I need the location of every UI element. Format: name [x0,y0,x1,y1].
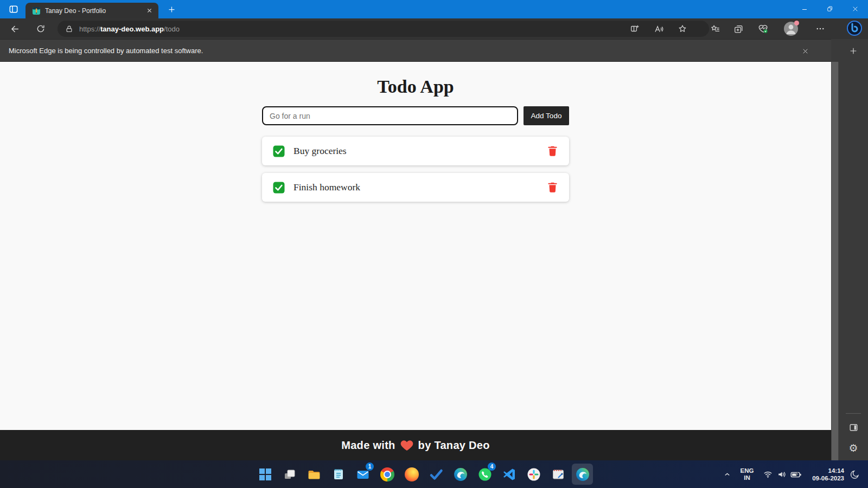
todo-checkbox[interactable] [273,145,285,157]
browser-essentials-button[interactable] [755,21,771,37]
automation-infobar: Microsoft Edge is being controlled by au… [0,39,831,62]
site-favicon [32,7,41,15]
infobar-close-button[interactable] [797,43,813,59]
todo-checkbox[interactable] [273,182,285,194]
address-bar[interactable]: https://tanay-deo.web.app/todo [58,21,709,37]
sidebar-settings-button[interactable]: ⚙ [845,440,861,456]
trash-icon [548,182,557,193]
back-button[interactable] [7,21,23,37]
windows-taskbar: 1 4 [0,460,868,488]
footer-text-prefix: Made with [341,439,395,452]
tab-close-icon[interactable] [144,6,154,16]
footer-text-suffix: by Tanay Deo [418,439,490,452]
volume-button[interactable] [775,469,789,479]
read-aloud-icon [654,24,664,34]
language-line2: IN [741,474,754,481]
moon-icon [850,469,860,479]
tab-layout-icon [8,4,19,15]
restore-icon [826,5,833,12]
star-icon [678,24,687,34]
web-page: Todo App Add Todo Buy groceries Finish h… [0,62,831,430]
refresh-icon [36,24,46,34]
tray-chevron-button[interactable] [719,470,735,478]
split-screen-button[interactable] [627,21,643,37]
infobar-close-icon [802,48,809,55]
tab-title: Tanay Deo - Portfolio [45,7,144,15]
todo-label: Buy groceries [293,145,546,157]
copilot-button[interactable] [846,20,863,36]
favorite-star-button[interactable] [674,21,691,37]
language-line1: ENG [741,467,754,474]
favorites-hub-button[interactable] [707,21,723,37]
infobar-message: Microsoft Edge is being controlled by au… [9,47,203,55]
clock-indicator[interactable]: 14:1409-06-2023 [802,467,844,482]
lock-icon [65,25,73,33]
trash-icon [548,145,557,157]
plus-icon [849,47,858,55]
bing-copilot-icon [846,20,863,36]
focus-assist-button[interactable] [846,469,863,479]
ellipsis-icon [815,24,825,34]
window-controls [792,0,868,18]
todo-item: Finish homework [262,173,569,202]
page-scrollbar[interactable] [831,62,839,460]
page-footer: Made with by Tanay Deo [0,430,831,460]
tab-strip: Tanay Deo - Portfolio [0,0,868,18]
minimize-button[interactable] [792,0,817,18]
page-title: Todo App [0,76,831,97]
close-icon [852,5,859,12]
gear-icon: ⚙ [848,442,858,454]
favorites-list-icon [710,24,720,34]
delete-todo-button[interactable] [546,181,558,194]
split-screen-icon [630,24,640,34]
read-aloud-button[interactable] [650,21,667,37]
todo-item: Buy groceries [262,137,569,165]
todo-label: Finish homework [293,182,546,193]
edge-browser-window: Tanay Deo - Portfolio [0,0,868,488]
browser-tab[interactable]: Tanay Deo - Portfolio [25,3,158,18]
wifi-icon [763,469,773,479]
heart-icon [400,439,413,451]
speaker-icon [777,469,787,479]
settings-more-button[interactable] [812,21,828,37]
system-tray: ENGIN 14:1409-06-2023 [0,460,868,488]
language-indicator[interactable]: ENGIN [736,467,758,481]
add-todo-button[interactable]: Add Todo [524,106,569,125]
minimize-icon [801,6,808,12]
edge-sidebar: ⚙ [839,39,868,460]
collections-icon [733,24,744,34]
battery-charging-icon [790,468,802,480]
plus-icon [168,5,176,14]
back-icon [10,24,20,34]
essentials-heart-pulse-icon [758,23,769,34]
profile-button[interactable] [784,22,798,36]
chevron-up-icon [723,470,731,478]
sidebar-add-button[interactable] [845,43,861,59]
profile-notification-dot [794,21,799,25]
restore-button[interactable] [817,0,843,18]
collections-button[interactable] [730,21,746,37]
scrollbar-thumb[interactable] [832,62,838,460]
new-tab-button[interactable] [164,2,179,16]
sidebar-panel-icon [848,422,859,433]
delete-todo-button[interactable] [546,145,558,158]
url-text: https://tanay-deo.web.app/todo [79,25,180,33]
close-button[interactable] [843,0,868,18]
tab-actions-button[interactable] [4,2,23,17]
tray-date: 09-06-2023 [812,474,844,482]
wifi-button[interactable] [761,469,775,479]
sidebar-panel-button[interactable] [845,419,861,435]
tray-time: 14:14 [812,467,844,474]
new-todo-input[interactable] [262,106,518,125]
browser-toolbar: https://tanay-deo.web.app/todo [0,18,868,39]
sidebar-divider [846,413,861,414]
refresh-button[interactable] [33,21,49,37]
